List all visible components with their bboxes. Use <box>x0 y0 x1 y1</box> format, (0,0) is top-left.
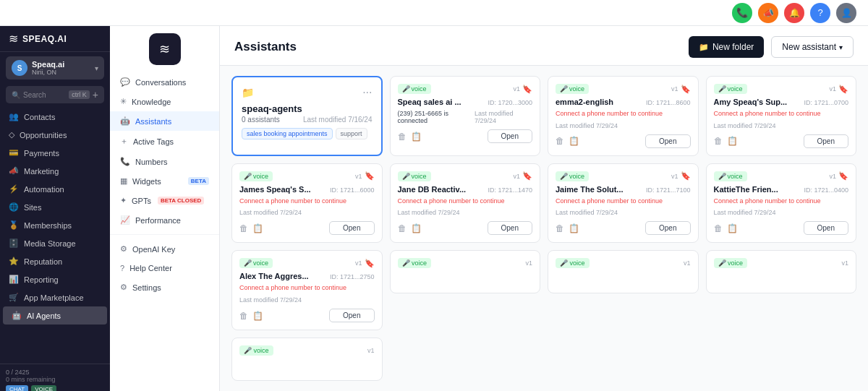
trash-icon-8[interactable]: 🗑 <box>239 311 248 321</box>
open-button-6[interactable]: Open <box>645 221 690 235</box>
active-tags-icon: ＋ <box>120 136 128 147</box>
voice-badge-1: 🎤 voice <box>398 84 431 94</box>
panel-nav-knowledge[interactable]: ✳ Knowledge <box>110 92 219 111</box>
sidebar-item-contacts[interactable]: 👥 Contacts <box>0 108 110 126</box>
save-icon-6[interactable]: 🔖 <box>681 171 691 181</box>
folder-icon: 📁 <box>699 43 709 52</box>
assistant-card-11: 🎤 voice v1 <box>706 250 857 293</box>
sidebar-item-sites[interactable]: 🌐 Sites <box>0 198 110 216</box>
conversations-icon: 💬 <box>120 77 130 87</box>
panel-nav-numbers[interactable]: 📞 Numbers <box>110 152 219 171</box>
sidebar-bottom: 0 / 2425 0 mins remaining CHAT VOICE ⚙ S… <box>0 364 110 391</box>
copy-icon-5[interactable]: 📋 <box>411 223 422 233</box>
panel-settings[interactable]: ⚙ Settings <box>110 278 219 297</box>
warning-2[interactable]: Connect a phone number to continue <box>556 110 691 119</box>
version-2: v1 <box>671 85 678 93</box>
assistant-card-3: 🎤 voice v1 🔖 Amy Speaq's Sup... ID: 1721… <box>706 76 857 156</box>
chevron-down-icon: ▾ <box>839 43 843 51</box>
save-icon-2[interactable]: 🔖 <box>681 85 691 94</box>
open-button-4[interactable]: Open <box>329 221 374 235</box>
copy-icon-3[interactable]: 📋 <box>727 136 738 146</box>
new-assistant-button[interactable]: New assistant ▾ <box>771 36 854 58</box>
marketing-icon: 📣 <box>9 166 19 176</box>
sidebar-item-marketing[interactable]: 📣 Marketing <box>0 162 110 180</box>
last-mod-2: Last modified 7/29/24 <box>556 122 691 129</box>
panel-nav-assistants[interactable]: 🤖 Assistants <box>110 111 219 131</box>
trash-icon-6[interactable]: 🗑 <box>556 223 564 233</box>
open-button-8[interactable]: Open <box>329 309 374 322</box>
main-nav: 👥 Contacts ◇ Opportunities 💳 Payments 📣 … <box>0 106 110 364</box>
assistant-name-7: KattieThe Frien... <box>714 185 778 194</box>
sidebar-item-ai-agents[interactable]: 🤖 AI Agents <box>3 306 107 325</box>
sidebar-item-payments[interactable]: 💳 Payments <box>0 144 110 162</box>
last-mod-3: Last modified 7/29/24 <box>714 122 849 129</box>
chevron-down-icon: ▾ <box>95 64 98 72</box>
trash-icon-2[interactable]: 🗑 <box>556 136 564 146</box>
assistant-name-5: Jane DB Reactiv... <box>398 185 467 194</box>
sidebar-item-memberships[interactable]: 🏅 Memberships <box>0 216 110 234</box>
assistant-card-10: 🎤 voice v1 <box>548 250 699 293</box>
trash-icon-4[interactable]: 🗑 <box>239 223 248 233</box>
assistant-card-7: 🎤 voice v1 🔖 KattieThe Frien... ID: 1721… <box>706 163 857 244</box>
sidebar-item-app-marketplace[interactable]: 🛒 App Marketplace <box>0 288 110 306</box>
copy-icon-7[interactable]: 📋 <box>727 223 738 233</box>
sidebar-item-opportunities[interactable]: ◇ Opportunities <box>0 126 110 144</box>
user-avatar[interactable]: 👤 <box>836 3 856 23</box>
memberships-icon: 🏅 <box>9 220 19 230</box>
sidebar-item-reporting[interactable]: 📊 Reporting <box>0 270 110 288</box>
save-icon-5[interactable]: 🔖 <box>522 171 532 181</box>
warning-3[interactable]: Connect a phone number to continue <box>714 110 849 119</box>
copy-icon-2[interactable]: 📋 <box>569 136 579 146</box>
copy-icon-1[interactable]: 📋 <box>411 132 422 142</box>
folder-menu-icon[interactable]: ··· <box>362 86 372 99</box>
phone-icon[interactable]: 📞 <box>732 3 752 23</box>
trash-icon-1[interactable]: 🗑 <box>398 132 407 142</box>
open-button-2[interactable]: Open <box>645 134 690 148</box>
sidebar-item-automation[interactable]: ⚡ Automation <box>0 180 110 198</box>
save-icon-1[interactable]: 🔖 <box>522 85 532 94</box>
voice-badge-7: 🎤 voice <box>714 171 747 181</box>
panel-openai-key[interactable]: ⚙ OpenAI Key <box>110 239 219 259</box>
beta-closed-badge: BETA CLOSED <box>158 197 204 205</box>
new-folder-button[interactable]: 📁 New folder <box>689 36 764 58</box>
assistant-card-2: 🎤 voice v1 🔖 emma2-english ID: 1721...86… <box>548 76 699 156</box>
assistant-card-5: 🎤 voice v1 🔖 Jane DB Reactiv... ID: 1721… <box>390 163 541 244</box>
sidebar-item-media-storage[interactable]: 🗄️ Media Storage <box>0 234 110 252</box>
trash-icon-5[interactable]: 🗑 <box>398 223 407 233</box>
panel-nav-widgets[interactable]: ▦ Widgets BETA <box>110 171 219 191</box>
megaphone-icon[interactable]: 📣 <box>758 3 778 23</box>
reporting-icon: 📊 <box>9 275 19 284</box>
voice-badge-5: 🎤 voice <box>398 171 431 181</box>
open-button-5[interactable]: Open <box>488 221 532 235</box>
panel-nav-gpts[interactable]: ✦ GPTs BETA CLOSED <box>110 191 219 210</box>
open-button-3[interactable]: Open <box>804 134 848 148</box>
save-icon-4[interactable]: 🔖 <box>365 171 375 181</box>
panel-nav-active-tags[interactable]: ＋ Active Tags <box>110 131 219 152</box>
open-button-1[interactable]: Open <box>488 129 532 143</box>
app-name: SPEAQ.AI <box>22 34 67 44</box>
save-icon-7[interactable]: 🔖 <box>838 171 848 181</box>
usage-time: 0 mins remaining <box>6 376 104 383</box>
help-icon[interactable]: ? <box>810 3 830 23</box>
search-bar[interactable]: 🔍 Search ctrl K + <box>6 86 104 103</box>
panel-nav-performance[interactable]: 📈 Performance <box>110 210 219 230</box>
assistant-id-1: ID: 1720...3000 <box>488 99 532 106</box>
workspace-switcher[interactable]: S Speaq.ai Nirii, ON ▾ <box>6 56 104 80</box>
trash-icon-7[interactable]: 🗑 <box>714 223 723 233</box>
trash-icon-3[interactable]: 🗑 <box>714 136 723 146</box>
save-icon-8[interactable]: 🔖 <box>365 259 375 268</box>
copy-icon-6[interactable]: 📋 <box>569 223 579 233</box>
sidebar-item-reputation[interactable]: ⭐ Reputation <box>0 252 110 270</box>
save-icon-3[interactable]: 🔖 <box>838 85 848 94</box>
open-button-7[interactable]: Open <box>804 221 848 235</box>
assistant-id-2: ID: 1721...8600 <box>646 99 691 106</box>
copy-icon-4[interactable]: 📋 <box>252 223 263 233</box>
bell-icon[interactable]: 🔔 <box>784 3 804 23</box>
media-storage-icon: 🗄️ <box>9 239 19 248</box>
add-icon[interactable]: + <box>93 89 98 100</box>
panel-nav-conversations[interactable]: 💬 Conversations <box>110 72 219 92</box>
knowledge-icon: ✳ <box>120 97 127 106</box>
folder-tag-support: support <box>336 128 367 139</box>
copy-icon-8[interactable]: 📋 <box>252 311 263 321</box>
panel-help-center[interactable]: ? Help Center <box>110 259 219 278</box>
